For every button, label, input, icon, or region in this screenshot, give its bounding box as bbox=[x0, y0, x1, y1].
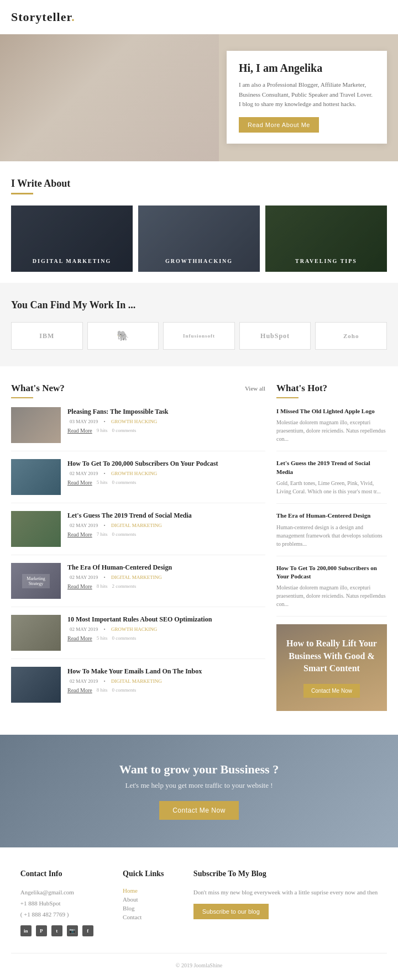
social-pinterest-icon[interactable]: P bbox=[36, 925, 47, 936]
view-all-link[interactable]: View all bbox=[245, 385, 265, 392]
hero-card: Hi, I am Angelika I am also a Profession… bbox=[227, 51, 387, 144]
news-title-6: How To Make Your Emails Land On The Inbo… bbox=[67, 667, 265, 676]
read-more-3[interactable]: Read More bbox=[67, 531, 92, 538]
hot-title-1[interactable]: I Missed The Old Lighted Apple Logo bbox=[276, 407, 387, 415]
news-item: How To Make Your Emails Land On The Inbo… bbox=[11, 667, 265, 710]
footer-subscribe: Subscribe To My Blog Don't miss my new b… bbox=[193, 870, 378, 936]
news-content-4: The Era Of Human-Centered Design 02 MAY … bbox=[67, 563, 265, 599]
news-content-1: Pleasing Fans: The Impossible Task 03 MA… bbox=[67, 407, 265, 443]
news-thumb-5 bbox=[11, 615, 61, 651]
news-title-1: Pleasing Fans: The Impossible Task bbox=[67, 407, 265, 417]
hot-excerpt-4: Molestiae dolorem magnam illo, excepturi… bbox=[276, 583, 387, 608]
hot-underline bbox=[276, 397, 298, 398]
hot-title-4[interactable]: How To Get To 200,000 Subscribers on You… bbox=[276, 564, 387, 581]
hot-item-3: The Era of Human-Centered Design Human-c… bbox=[276, 512, 387, 556]
news-title-4: The Era Of Human-Centered Design bbox=[67, 563, 265, 572]
whats-new-title: What's New? bbox=[11, 383, 65, 394]
news-item: Pleasing Fans: The Impossible Task 03 MA… bbox=[11, 407, 265, 451]
hot-item-4: How To Get To 200,000 Subscribers on You… bbox=[276, 564, 387, 617]
brand-zoho: Zoho bbox=[315, 322, 387, 350]
news-item: How To Get To 200,000 Subscribers On You… bbox=[11, 459, 265, 503]
hero-section: Hi, I am Angelika I am also a Profession… bbox=[0, 34, 398, 161]
footer-email: Angelika@gmail.com bbox=[20, 887, 93, 898]
category-travel-label: TRAVELING TIPS bbox=[295, 258, 357, 264]
footer-phone1: +1 888 HubSpot bbox=[20, 898, 93, 909]
brand-infusionsoft: Infusionsoft bbox=[163, 322, 235, 350]
footer-grid: Contact Info Angelika@gmail.com +1 888 H… bbox=[11, 870, 387, 936]
hero-greeting: Hi, I am Angelika bbox=[239, 62, 375, 75]
footer: Contact Info Angelika@gmail.com +1 888 H… bbox=[0, 847, 398, 979]
logo-dot: . bbox=[71, 10, 75, 24]
news-thumb-4: MarketingStrategy bbox=[11, 563, 61, 599]
news-item: MarketingStrategy The Era Of Human-Cente… bbox=[11, 563, 265, 607]
news-item: 10 Most Important Rules About SEO Optimi… bbox=[11, 615, 265, 659]
social-twitter-icon[interactable]: t bbox=[51, 925, 62, 936]
footer-quicklinks: Quick Links Home About Blog Contact bbox=[123, 870, 164, 936]
read-more-5[interactable]: Read More bbox=[67, 635, 92, 641]
footer-contact: Contact Info Angelika@gmail.com +1 888 H… bbox=[20, 870, 93, 936]
brand-evernote: 🐘 bbox=[87, 322, 159, 350]
footer-subscribe-desc: Don't miss my new blog everyweek with a … bbox=[193, 887, 378, 898]
hot-title-2[interactable]: Let's Guess the 2019 Trend of Social Med… bbox=[276, 459, 387, 476]
footer-link-contact[interactable]: Contact bbox=[123, 914, 164, 920]
cta-banner-content: Want to grow your Bussiness ? Let's me h… bbox=[119, 762, 279, 820]
category-travel[interactable]: TRAVELING TIPS bbox=[265, 206, 387, 272]
hot-excerpt-1: Molestiae dolorem magnam illo, excepturi… bbox=[276, 418, 387, 443]
cta-card: How to Really Lift Your Business With Go… bbox=[276, 624, 387, 710]
read-more-6[interactable]: Read More bbox=[67, 687, 92, 693]
cta-banner-section: Want to grow your Bussiness ? Let's me h… bbox=[0, 735, 398, 847]
read-more-4[interactable]: Read More bbox=[67, 583, 92, 589]
hot-item-2: Let's Guess the 2019 Trend of Social Med… bbox=[276, 459, 387, 504]
read-more-button[interactable]: Read More About Me bbox=[239, 117, 319, 133]
read-more-2[interactable]: Read More bbox=[67, 480, 92, 486]
logo[interactable]: Storyteller. bbox=[11, 10, 75, 24]
workin-title: You Can Find My Work In ... bbox=[11, 299, 387, 311]
category-digital[interactable]: DIGITAL MARKETING bbox=[11, 206, 133, 272]
footer-subscribe-title: Subscribe To My Blog bbox=[193, 870, 378, 878]
news-thumb-2 bbox=[11, 459, 61, 495]
news-title-2: How To Get To 200,000 Subscribers On You… bbox=[67, 459, 265, 468]
cta-card-title: How to Really Lift Your Business With Go… bbox=[285, 637, 378, 675]
news-section: What's New? View all Pleasing Fans: The … bbox=[0, 366, 398, 735]
news-item: Let's Guess The 2019 Trend of Social Med… bbox=[11, 511, 265, 555]
iwrite-section: I Write About DIGITAL MARKETING GROWTHHA… bbox=[0, 161, 398, 283]
whats-new-column: What's New? View all Pleasing Fans: The … bbox=[11, 383, 265, 718]
social-linkedin-icon[interactable]: in bbox=[20, 925, 32, 936]
hot-item-1: I Missed The Old Lighted Apple Logo Mole… bbox=[276, 407, 387, 451]
news-thumb-1 bbox=[11, 407, 61, 443]
brands-row: IBM 🐘 Infusionsoft HubSpot Zoho bbox=[11, 322, 387, 350]
hero-bio: I am also a Professional Blogger, Affili… bbox=[239, 80, 375, 109]
news-title-5: 10 Most Important Rules About SEO Optimi… bbox=[67, 615, 265, 624]
read-more-1[interactable]: Read More bbox=[67, 428, 92, 434]
category-digital-label: DIGITAL MARKETING bbox=[33, 258, 111, 264]
hot-title-3[interactable]: The Era of Human-Centered Design bbox=[276, 512, 387, 520]
footer-link-about[interactable]: About bbox=[123, 896, 164, 903]
footer-copyright: © 2019 JoomlaShine bbox=[11, 953, 387, 968]
footer-contact-title: Contact Info bbox=[20, 870, 93, 878]
footer-quicklinks-title: Quick Links bbox=[123, 870, 164, 878]
social-instagram-icon[interactable]: 📷 bbox=[67, 925, 78, 936]
contact-me-button[interactable]: Contact Me Now bbox=[303, 684, 360, 698]
workin-section: You Can Find My Work In ... IBM 🐘 Infusi… bbox=[0, 283, 398, 366]
category-growth[interactable]: GROWTHHACKING bbox=[138, 206, 260, 272]
footer-link-home[interactable]: Home bbox=[123, 887, 164, 894]
news-thumb-6 bbox=[11, 667, 61, 703]
whats-hot-title: What's Hot? bbox=[276, 383, 387, 394]
iwrite-title: I Write About bbox=[11, 178, 387, 189]
footer-link-blog[interactable]: Blog bbox=[123, 905, 164, 911]
hot-excerpt-3: Human-centered design is a design and ma… bbox=[276, 523, 387, 548]
category-growth-label: GROWTHHACKING bbox=[165, 258, 233, 264]
brand-hubspot: HubSpot bbox=[239, 322, 311, 350]
news-content-5: 10 Most Important Rules About SEO Optimi… bbox=[67, 615, 265, 651]
subscribe-button[interactable]: Subscribe to our blog bbox=[193, 904, 269, 919]
social-facebook-icon[interactable]: f bbox=[82, 925, 93, 936]
news-title-3: Let's Guess The 2019 Trend of Social Med… bbox=[67, 511, 265, 520]
whats-hot-column: What's Hot? I Missed The Old Lighted App… bbox=[276, 383, 387, 718]
news-content-3: Let's Guess The 2019 Trend of Social Med… bbox=[67, 511, 265, 547]
categories-grid: DIGITAL MARKETING GROWTHHACKING TRAVELIN… bbox=[11, 206, 387, 272]
news-content-6: How To Make Your Emails Land On The Inbo… bbox=[67, 667, 265, 703]
cta-banner-title: Want to grow your Bussiness ? bbox=[119, 762, 279, 777]
hot-excerpt-2: Gold, Earth tones, Lime Green, Pink, Viv… bbox=[276, 479, 387, 496]
cta-banner-button[interactable]: Contact Me Now bbox=[159, 801, 239, 820]
site-header: Storyteller. bbox=[0, 0, 398, 34]
